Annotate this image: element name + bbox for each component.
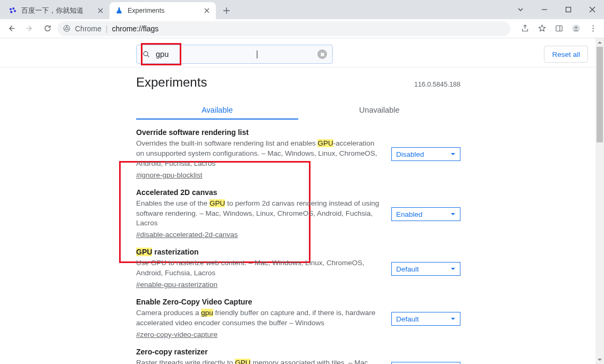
- flag-description: Overrides the built-in software renderin…: [136, 139, 382, 169]
- svg-point-14: [144, 52, 148, 56]
- address-separator: |: [106, 24, 108, 33]
- flag-select[interactable]: Disabled: [391, 147, 460, 161]
- svg-point-2: [14, 10, 16, 12]
- flag-item: Accelerated 2D canvas Enables the use of…: [136, 180, 460, 240]
- svg-point-11: [592, 25, 593, 26]
- baidu-favicon: [9, 6, 17, 15]
- window-tabstrip: 百度一下，你就知道 Experiments: [0, 0, 604, 19]
- flag-select[interactable]: Default: [391, 262, 460, 276]
- profile-icon[interactable]: [568, 21, 584, 37]
- flag-title: Enable Zero-Copy Video Capture: [136, 298, 382, 306]
- flag-select[interactable]: Enabled: [391, 207, 460, 221]
- browser-tab-0[interactable]: 百度一下，你就知道: [3, 2, 110, 19]
- address-url: chrome://flags: [112, 24, 158, 33]
- maximize-button[interactable]: [556, 2, 580, 18]
- browser-tab-1[interactable]: Experiments: [110, 2, 216, 19]
- chevron-down-icon: [450, 265, 456, 273]
- address-scheme: Chrome: [75, 24, 102, 33]
- bookmark-icon[interactable]: [534, 21, 550, 37]
- scroll-down-arrow[interactable]: [595, 355, 604, 364]
- svg-point-3: [10, 11, 12, 13]
- svg-rect-4: [566, 7, 571, 12]
- tab-available[interactable]: Available: [136, 101, 298, 120]
- flag-select[interactable]: Default: [391, 312, 460, 326]
- flag-item: Enable Zero-Copy Video Capture Camera pr…: [136, 289, 460, 339]
- tab-unavailable[interactable]: Unavailable: [298, 101, 460, 120]
- address-bar[interactable]: Chrome | chrome://flags: [57, 21, 510, 36]
- search-icon: [142, 50, 150, 58]
- page-title: Experiments: [136, 75, 207, 90]
- new-tab-button[interactable]: [219, 3, 234, 18]
- flag-description: Camera produces a gpu friendly buffer on…: [136, 308, 382, 328]
- close-tab-icon[interactable]: [203, 7, 211, 14]
- flag-item: Override software rendering list Overrid…: [136, 120, 460, 180]
- flask-favicon: [115, 6, 123, 15]
- clear-search-icon[interactable]: [317, 49, 327, 59]
- flag-item: GPU rasterization Use GPU to rasterize w…: [136, 239, 460, 289]
- chevron-down-icon: [450, 210, 456, 218]
- flag-permalink[interactable]: #ignore-gpu-blocklist: [136, 171, 203, 179]
- flag-description: Use GPU to rasterize web content. – Mac,…: [136, 258, 382, 278]
- scroll-thumb[interactable]: [597, 47, 603, 142]
- flag-description: Enables the use of the GPU to perform 2d…: [136, 199, 382, 229]
- menu-icon[interactable]: [585, 21, 601, 37]
- flag-title: GPU rasterization: [136, 248, 382, 256]
- close-window-button[interactable]: [580, 2, 604, 18]
- browser-toolbar: Chrome | chrome://flags: [0, 19, 604, 38]
- window-controls: [508, 0, 604, 19]
- search-flags-box: [136, 45, 333, 64]
- chevron-down-icon[interactable]: [508, 2, 532, 18]
- chevron-down-icon: [450, 150, 456, 158]
- svg-point-0: [10, 8, 12, 10]
- side-panel-icon[interactable]: [551, 21, 567, 37]
- flag-title: Override software rendering list: [136, 128, 382, 137]
- reload-button[interactable]: [39, 21, 55, 37]
- svg-line-15: [147, 55, 149, 57]
- search-row: Reset all: [0, 38, 595, 67]
- flag-title: Zero-copy rasterizer: [136, 348, 382, 356]
- reset-all-button[interactable]: Reset all: [544, 46, 588, 63]
- share-icon[interactable]: [517, 21, 533, 37]
- flag-description: Raster threads write directly to GPU mem…: [136, 358, 382, 364]
- chrome-icon: [63, 24, 71, 32]
- svg-point-12: [592, 28, 593, 29]
- search-input[interactable]: [155, 49, 257, 59]
- svg-rect-7: [556, 26, 561, 31]
- flag-item: Zero-copy rasterizer Raster threads writ…: [136, 339, 460, 364]
- tab-title: 百度一下，你就知道: [21, 6, 97, 15]
- text-caret: [257, 50, 257, 58]
- svg-point-1: [12, 7, 14, 10]
- version-label: 116.0.5845.188: [414, 81, 460, 88]
- flag-permalink[interactable]: #disable-accelerated-2d-canvas: [136, 231, 238, 239]
- svg-point-13: [592, 30, 593, 31]
- vertical-scrollbar[interactable]: [595, 38, 604, 364]
- flag-permalink[interactable]: #enable-gpu-rasterization: [136, 281, 217, 289]
- back-button[interactable]: [3, 21, 19, 37]
- close-tab-icon[interactable]: [97, 7, 104, 14]
- svg-point-6: [65, 27, 68, 30]
- flag-permalink[interactable]: #zero-copy-video-capture: [136, 331, 217, 338]
- chevron-down-icon: [450, 315, 456, 323]
- forward-button[interactable]: [21, 21, 37, 37]
- tab-title: Experiments: [128, 7, 203, 14]
- scroll-up-arrow[interactable]: [595, 38, 604, 47]
- flag-tabs: Available Unavailable: [136, 101, 460, 120]
- minimize-button[interactable]: [532, 2, 556, 18]
- flag-select[interactable]: Default: [391, 362, 460, 364]
- svg-point-10: [575, 26, 577, 29]
- flag-title: Accelerated 2D canvas: [136, 188, 382, 197]
- page-content: Reset all Experiments 116.0.5845.188 Ava…: [0, 38, 595, 364]
